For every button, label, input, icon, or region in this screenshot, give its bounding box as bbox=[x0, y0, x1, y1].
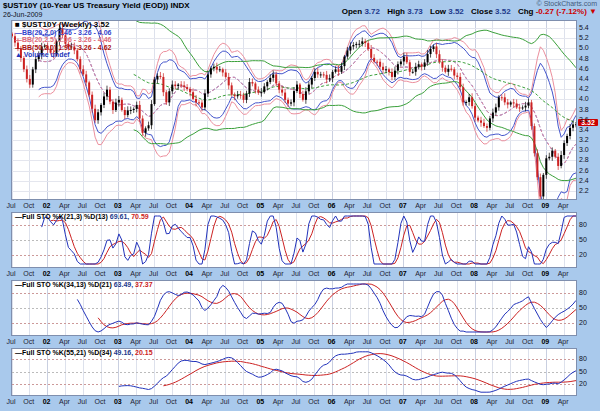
candle-body bbox=[489, 118, 491, 127]
x-axis-label: 04 bbox=[185, 270, 193, 277]
candle-body bbox=[421, 64, 423, 67]
x-axis-label: Apr bbox=[130, 398, 141, 405]
candle-body bbox=[391, 72, 393, 77]
x-axis-label: Oct bbox=[308, 338, 319, 345]
x-axis-label: 03 bbox=[114, 338, 122, 345]
x-axis-label: Apr bbox=[558, 338, 569, 345]
y-axis-label: 3.6 bbox=[579, 116, 589, 123]
candle-body bbox=[290, 102, 292, 103]
x-axis-label: Apr bbox=[201, 202, 212, 209]
x-axis-label: Jul bbox=[363, 338, 372, 345]
candle-body bbox=[201, 103, 203, 108]
y-axis-label: 5.0 bbox=[579, 44, 589, 51]
x-axis-label: Jul bbox=[505, 270, 514, 277]
x-axis-label: Oct bbox=[237, 270, 248, 277]
x-axis-label: Jul bbox=[149, 398, 158, 405]
candle-body bbox=[361, 41, 363, 43]
x-axis-label: Apr bbox=[415, 338, 426, 345]
candle-body bbox=[415, 67, 417, 72]
candle-body bbox=[281, 90, 283, 93]
candle-body bbox=[79, 59, 81, 69]
x-axis-label: Oct bbox=[380, 398, 391, 405]
x-axis-label: Apr bbox=[344, 270, 355, 277]
candle-body bbox=[263, 86, 265, 92]
candle-body bbox=[385, 69, 387, 70]
y-axis-label: 5.4 bbox=[579, 24, 589, 31]
candle-body bbox=[38, 55, 40, 59]
stochastic-medium-panel bbox=[11, 280, 577, 336]
x-axis-label: Jul bbox=[434, 202, 443, 209]
x-axis-label: Oct bbox=[451, 270, 462, 277]
close-label: Close bbox=[471, 7, 493, 16]
x-axis-label: 07 bbox=[399, 202, 407, 209]
y-axis-label: 20 bbox=[579, 319, 587, 326]
y-axis-label: 4.6 bbox=[579, 65, 589, 72]
y-axis-label: 3.4 bbox=[579, 126, 589, 133]
candle-body bbox=[569, 128, 571, 136]
y-axis-label: 2.8 bbox=[579, 156, 589, 163]
candle-body bbox=[317, 72, 319, 75]
x-axis-label: Jul bbox=[220, 202, 229, 209]
candle-body bbox=[85, 74, 87, 82]
open-label: Open bbox=[342, 7, 362, 16]
candle-body bbox=[539, 177, 541, 196]
x-axis-label: 02 bbox=[43, 338, 51, 345]
x-axis-label: Jul bbox=[505, 202, 514, 209]
x-axis-label: Apr bbox=[486, 338, 497, 345]
x-axis-label: Jul bbox=[220, 270, 229, 277]
x-axis-label: Oct bbox=[308, 398, 319, 405]
candle-body bbox=[145, 128, 147, 133]
candle-body bbox=[376, 62, 378, 63]
candle-body bbox=[124, 110, 126, 115]
candle-body bbox=[266, 82, 268, 86]
candle-body bbox=[379, 62, 381, 67]
candle-body bbox=[91, 95, 93, 109]
candle-body bbox=[338, 69, 340, 71]
x-axis-label: Oct bbox=[23, 338, 34, 345]
candle-body bbox=[130, 110, 132, 111]
candle-body bbox=[35, 59, 37, 69]
x-axis-label: 07 bbox=[399, 270, 407, 277]
x-axis-label: 06 bbox=[328, 398, 336, 405]
candle-body bbox=[409, 62, 411, 72]
candle-body bbox=[139, 105, 141, 119]
candle-body bbox=[142, 119, 144, 133]
candle-body bbox=[61, 29, 63, 36]
x-axis-label: Jul bbox=[7, 270, 16, 277]
chart-date: 26-Jun-2009 bbox=[3, 11, 42, 18]
candle-body bbox=[254, 83, 256, 89]
candle-body bbox=[180, 85, 182, 86]
candle-body bbox=[343, 57, 345, 67]
x-axis-label: Oct bbox=[308, 270, 319, 277]
x-axis-label: Jul bbox=[505, 338, 514, 345]
x-axis-label: 08 bbox=[470, 270, 478, 277]
candle-body bbox=[165, 92, 167, 102]
x-axis-label: 08 bbox=[470, 202, 478, 209]
x-axis-label: Jul bbox=[363, 202, 372, 209]
x-axis-label: Apr bbox=[201, 338, 212, 345]
candle-body bbox=[186, 87, 188, 89]
candle-body bbox=[168, 91, 170, 102]
candle-body bbox=[388, 69, 390, 72]
candle-body bbox=[510, 102, 512, 104]
candle-body bbox=[32, 69, 34, 84]
x-axis-label: Apr bbox=[415, 202, 426, 209]
x-axis-strip: JulOct02AprJulOct03AprJulOct04AprJulOct0… bbox=[0, 396, 600, 411]
candle-body bbox=[275, 74, 277, 83]
candle-body bbox=[228, 77, 230, 85]
price-candlestick-chart bbox=[12, 21, 576, 199]
candle-body bbox=[444, 68, 446, 72]
candle-body bbox=[293, 91, 295, 102]
candle-body bbox=[575, 124, 576, 125]
x-axis-label: Apr bbox=[59, 270, 70, 277]
symbol-title: $UST10Y (10-Year US Treasury Yield (EOD)… bbox=[3, 1, 190, 10]
y-axis-label: 50 bbox=[579, 236, 587, 243]
candle-body bbox=[516, 103, 518, 107]
candle-body bbox=[358, 44, 360, 45]
x-axis-label: Oct bbox=[380, 338, 391, 345]
x-axis-label: Apr bbox=[415, 398, 426, 405]
stochastic-fast-legend: —Full STO %K(21,3) %D(13) 69.61, 70.59 bbox=[15, 213, 149, 220]
x-axis-label: Jul bbox=[7, 202, 16, 209]
candle-body bbox=[44, 46, 46, 47]
candle-body bbox=[438, 54, 440, 61]
